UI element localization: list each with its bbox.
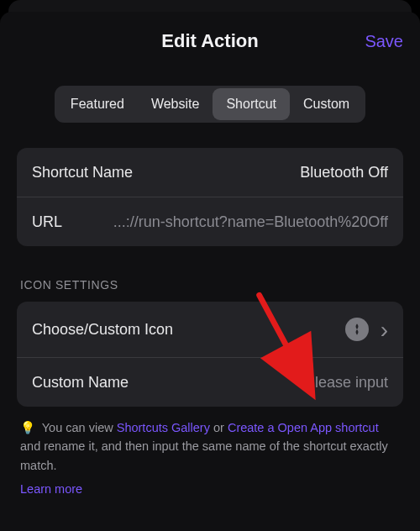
current-icon-preview bbox=[345, 318, 369, 341]
tab-label: Shortcut bbox=[226, 97, 276, 112]
shortcut-url-label: URL bbox=[32, 213, 62, 231]
custom-name-row: Custom Name bbox=[17, 358, 403, 407]
shortcut-url-value: ...://run-shortcut?name=Bluetooth%20Off bbox=[113, 213, 388, 231]
tab-label: Custom bbox=[303, 97, 349, 112]
shortcuts-gallery-link[interactable]: Shortcuts Gallery bbox=[117, 421, 210, 434]
shortcut-name-label: Shortcut Name bbox=[32, 164, 133, 181]
choose-custom-icon-row[interactable]: Choose/Custom Icon › bbox=[17, 302, 403, 357]
tab-featured[interactable]: Featured bbox=[57, 88, 138, 120]
modal-sheet-stack: Edit Action Save Featured Website Shortc… bbox=[0, 0, 420, 531]
custom-name-label: Custom Name bbox=[32, 374, 129, 392]
shortcut-icon bbox=[350, 323, 364, 336]
sheet-header: Edit Action Save bbox=[17, 12, 403, 71]
category-segmented-control: Featured Website Shortcut Custom bbox=[55, 86, 365, 123]
create-open-app-link[interactable]: Create a Open App shortcut bbox=[228, 421, 379, 434]
tip-text: 💡 You can view Shortcuts Gallery or Crea… bbox=[20, 418, 400, 499]
shortcut-name-row[interactable]: Shortcut Name Bluetooth Off bbox=[17, 148, 403, 197]
tab-shortcut[interactable]: Shortcut bbox=[213, 88, 290, 120]
shortcut-url-row[interactable]: URL ...://run-shortcut?name=Bluetooth%20… bbox=[17, 197, 403, 246]
tab-custom[interactable]: Custom bbox=[290, 88, 363, 120]
shortcut-info-group: Shortcut Name Bluetooth Off URL ...://ru… bbox=[17, 148, 403, 246]
tip-mid: or bbox=[210, 421, 228, 434]
learn-more-link[interactable]: Learn more bbox=[20, 480, 400, 498]
custom-name-input[interactable] bbox=[220, 374, 388, 392]
tab-website[interactable]: Website bbox=[138, 88, 213, 120]
edit-action-sheet: Edit Action Save Featured Website Shortc… bbox=[0, 12, 420, 531]
shortcut-name-value: Bluetooth Off bbox=[300, 164, 388, 181]
save-button[interactable]: Save bbox=[365, 32, 403, 51]
lightbulb-icon: 💡 bbox=[20, 421, 35, 434]
icon-settings-header: ICON SETTINGS bbox=[20, 278, 402, 292]
tip-prefix: You can view bbox=[42, 421, 117, 434]
icon-settings-group: Choose/Custom Icon › Custom Name bbox=[17, 302, 403, 407]
page-title: Edit Action bbox=[161, 30, 258, 52]
tab-label: Website bbox=[151, 97, 200, 112]
choose-icon-label: Choose/Custom Icon bbox=[32, 321, 173, 339]
choose-icon-trailing: › bbox=[345, 317, 388, 342]
tab-label: Featured bbox=[71, 97, 124, 112]
chevron-right-icon: › bbox=[381, 317, 388, 342]
tip-suffix: and rename it, and then input the same n… bbox=[20, 439, 388, 471]
